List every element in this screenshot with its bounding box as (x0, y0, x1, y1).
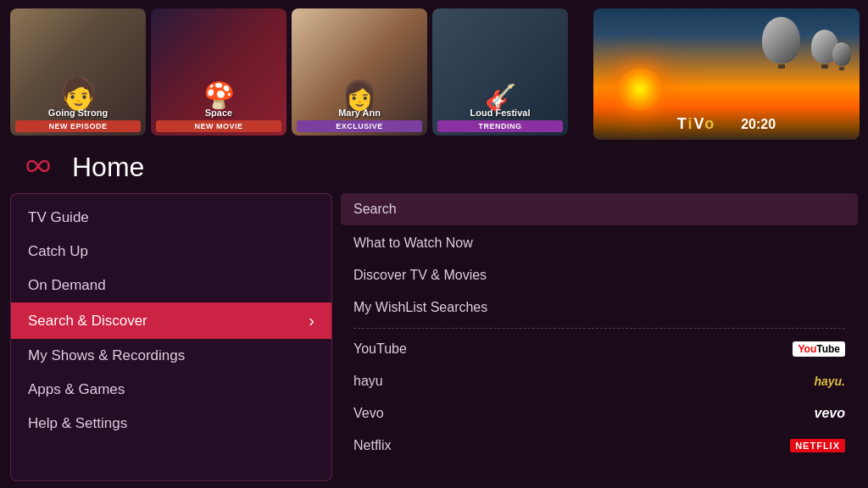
submenu-search[interactable]: Search (341, 193, 858, 225)
balloon-basket-medium (821, 64, 828, 69)
menu-item-tv-guide[interactable]: TV Guide (11, 201, 331, 235)
tv-preview: TiVo 20:20 (593, 8, 860, 140)
loud-festival-title: Loud Festival (437, 108, 563, 118)
menu-item-help-settings[interactable]: Help & Settings (11, 407, 331, 441)
balloon-basket-small (839, 67, 844, 70)
infinity-icon (17, 153, 59, 179)
tivo-brand-bar: TiVo 20:20 (607, 115, 847, 133)
submenu-youtube[interactable]: YouTube YouTube (341, 333, 858, 365)
home-section: Home (0, 148, 868, 186)
submenu-netflix[interactable]: Netflix NETFLIX (341, 430, 858, 462)
going-strong-badge: NEW EPISODE (15, 120, 141, 132)
balloon-small (832, 42, 851, 70)
youtube-logo: YouTube (793, 341, 845, 357)
menu-item-apps-games[interactable]: Apps & Games (11, 373, 331, 407)
menu-item-catch-up[interactable]: Catch Up (11, 235, 331, 269)
thumb-loud-festival[interactable]: 🎸 Loud Festival TRENDING (432, 8, 568, 136)
submenu-wishlist[interactable]: My WishList Searches (341, 291, 858, 324)
hayu-logo: hayu. (814, 374, 845, 388)
sun-graphic (619, 68, 661, 110)
left-menu: TV Guide Catch Up On Demand Search & Dis… (10, 193, 332, 481)
balloon-basket-large (778, 64, 785, 69)
main-content: TV Guide Catch Up On Demand Search & Dis… (0, 186, 868, 488)
submenu-divider (353, 328, 845, 329)
thumb-mary-ann[interactable]: 👩 Mary Ann EXCLUSIVE (292, 8, 427, 136)
mary-ann-title: Mary Ann (297, 108, 422, 118)
thumb-space[interactable]: 🍄 Space NEW MOVIE (151, 8, 287, 136)
thumb-going-strong[interactable]: 🧑 Going Strong NEW EPISODE (10, 8, 146, 136)
tivo-time: 20:20 (741, 117, 776, 132)
menu-item-my-shows[interactable]: My Shows & Recordings (11, 339, 331, 373)
right-menu: Search What to Watch Now Discover TV & M… (341, 193, 858, 481)
home-title: Home (72, 152, 144, 183)
home-icon (17, 153, 59, 182)
submenu-discover-tv[interactable]: Discover TV & Movies (341, 259, 858, 291)
mary-ann-badge: EXCLUSIVE (297, 120, 422, 132)
submenu-vevo[interactable]: Vevo vevo (341, 397, 858, 430)
space-title: Space (156, 108, 281, 118)
space-badge: NEW MOVIE (156, 120, 281, 132)
vevo-logo: vevo (815, 406, 845, 421)
submenu-what-to-watch[interactable]: What to Watch Now (341, 227, 858, 259)
thumbnails-row: 🧑 Going Strong NEW EPISODE 🍄 Space NEW M… (0, 0, 593, 148)
going-strong-title: Going Strong (15, 108, 141, 118)
loud-festival-badge: TRENDING (437, 120, 563, 132)
balloon-large (762, 17, 800, 69)
menu-item-on-demand[interactable]: On Demand (11, 269, 331, 302)
top-section: 🧑 Going Strong NEW EPISODE 🍄 Space NEW M… (0, 0, 868, 148)
tivo-logo: TiVo (677, 115, 715, 133)
netflix-logo: NETFLIX (790, 439, 845, 452)
submenu-hayu[interactable]: hayu hayu. (341, 365, 858, 397)
menu-item-search-discover[interactable]: Search & Discover (11, 302, 331, 339)
